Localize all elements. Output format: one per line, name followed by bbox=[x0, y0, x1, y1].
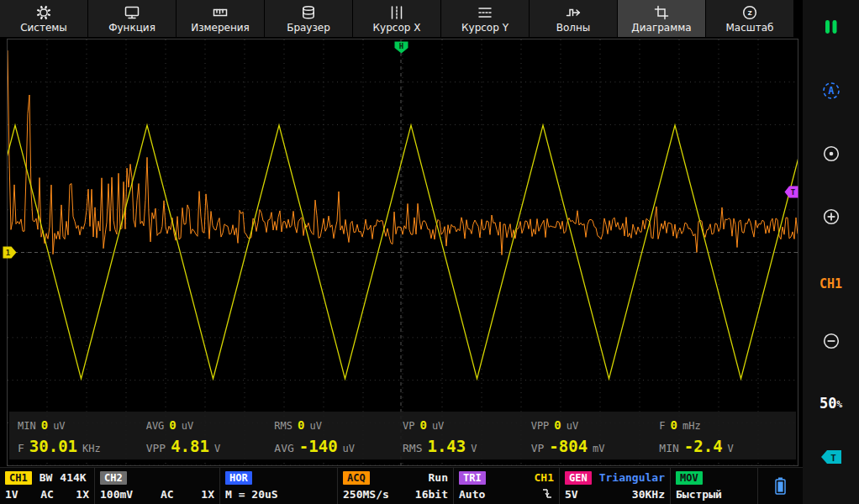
status-badge-mov[interactable]: MOV bbox=[676, 471, 703, 485]
measurement-unit: uV bbox=[182, 420, 193, 432]
svg-text:T: T bbox=[791, 188, 796, 197]
toolbar-item-waves[interactable]: Волны bbox=[530, 0, 617, 37]
status-badge-acq[interactable]: ACQ bbox=[343, 471, 370, 485]
database-icon bbox=[300, 4, 317, 21]
measurement-unit: KHz bbox=[82, 443, 101, 454]
svg-text:T: T bbox=[830, 453, 836, 464]
status-acq-text: Run bbox=[429, 471, 448, 484]
sidebar-button-trigger[interactable]: T bbox=[803, 442, 859, 475]
status-gen-top-row: GENTriangular bbox=[565, 470, 665, 486]
measurement-unit: V bbox=[471, 443, 477, 454]
status-ch1-text: 1V bbox=[5, 488, 18, 501]
toolbar-item-cursor-x[interactable]: Курсор X bbox=[353, 0, 440, 37]
toolbar-item-measurements[interactable]: Измерения bbox=[177, 0, 264, 37]
plus-circle-icon bbox=[821, 207, 841, 230]
status-hor-text: M = 20uS bbox=[225, 488, 278, 501]
status-group-hor: HORM = 20uS bbox=[220, 468, 338, 504]
svg-text:H: H bbox=[399, 42, 403, 50]
status-ch1-top-row: CH1BW414K bbox=[5, 470, 89, 486]
channel1-level-marker[interactable]: 1 bbox=[3, 246, 17, 259]
monitor-icon bbox=[124, 4, 140, 21]
zoom-level-label: 50% bbox=[819, 395, 842, 412]
measurement-label: AVG bbox=[274, 442, 293, 454]
toolbar-item-label: Измерения bbox=[191, 22, 250, 34]
toolbar-item-cursor-y[interactable]: Курсор Y bbox=[441, 0, 529, 37]
measurement-value: 0 bbox=[554, 418, 561, 432]
status-ch1-text: 1X bbox=[76, 488, 89, 501]
gear-icon bbox=[35, 4, 52, 21]
toolbar-item-label: Волны bbox=[556, 22, 591, 34]
status-group-acq: ACQRun250MS/s16bit bbox=[338, 468, 454, 504]
status-badge-ch2[interactable]: CH2 bbox=[100, 471, 127, 485]
waveform-display: H T 1 MIN0uVAVG0uVRMS0uVVP0uVVPP0uVF0mHz… bbox=[7, 39, 798, 466]
toolbar-item-systems[interactable]: Системы bbox=[0, 0, 87, 37]
measurement-unit: uV bbox=[343, 443, 355, 454]
status-group-ch1: CH1BW414K1VAC1X bbox=[0, 468, 95, 504]
toolbar-item-diagram[interactable]: Диаграмма bbox=[618, 0, 705, 37]
measurement-row2-min: MIN-2.4V bbox=[659, 437, 788, 455]
status-mov-top-row: MOV bbox=[676, 470, 752, 486]
measurement-unit: uV bbox=[309, 420, 321, 432]
sidebar-button-zoom-in[interactable] bbox=[803, 202, 859, 235]
measurement-unit: uV bbox=[53, 420, 65, 432]
measurement-value: 0 bbox=[419, 418, 426, 432]
right-sidebar: ACH150%T bbox=[803, 0, 859, 504]
status-ch1-text: AC bbox=[40, 488, 54, 501]
toolbar-item-label: Курсор Y bbox=[461, 22, 509, 34]
status-ch1-text: 414K bbox=[60, 471, 86, 484]
measurement-row2-vp: VP-804mV bbox=[531, 437, 660, 455]
measurement-unit: uV bbox=[567, 420, 578, 432]
measurement-unit: V bbox=[214, 443, 220, 454]
horizontal-position-marker[interactable]: H bbox=[394, 41, 408, 54]
toolbar-item-label: Диаграмма bbox=[631, 22, 691, 34]
status-badge-tri[interactable]: TRI bbox=[459, 471, 486, 485]
status-acq-top-row: ACQRun bbox=[343, 470, 448, 486]
toolbar-item-label: Функция bbox=[108, 22, 155, 34]
status-ch2-text: 100mV bbox=[100, 488, 133, 501]
sidebar-button-auto[interactable]: A bbox=[803, 76, 859, 109]
measurement-label: F bbox=[18, 442, 24, 454]
measurement-label: VP bbox=[531, 442, 545, 454]
toolbar-item-browser[interactable]: Браузер bbox=[265, 0, 352, 37]
status-badge-ch1[interactable]: CH1 bbox=[5, 471, 32, 485]
svg-text:z: z bbox=[747, 8, 752, 17]
status-acq-text: 250MS/s bbox=[343, 488, 389, 501]
status-tri-text: Auto bbox=[459, 488, 485, 501]
waveform-canvas[interactable] bbox=[8, 39, 798, 465]
measurement-row2-rms: RMS1.43V bbox=[403, 437, 531, 455]
status-mov-bottom-row: Быстрый bbox=[676, 486, 752, 502]
status-group-gen: GENTriangular5V30KHz bbox=[560, 468, 671, 504]
toolbar: СистемыФункцияИзмеренияБраузерКурсор XКу… bbox=[0, 0, 794, 37]
status-gen-text: 5V bbox=[565, 488, 578, 501]
sidebar-button-channel[interactable]: CH1 bbox=[803, 267, 859, 301]
trigger-edge-icon bbox=[541, 486, 554, 503]
measurement-row2-f: F30.01KHz bbox=[18, 437, 146, 455]
toolbar-item-function[interactable]: Функция bbox=[88, 0, 176, 37]
sidebar-button-zoom-out[interactable] bbox=[803, 326, 859, 360]
pause-icon bbox=[821, 18, 841, 39]
measurement-unit: uV bbox=[432, 420, 444, 432]
auto-a-icon: A bbox=[821, 81, 841, 104]
toolbar-item-scale[interactable]: zМасштаб bbox=[706, 0, 793, 37]
trigger-level-marker[interactable]: T bbox=[784, 186, 798, 198]
svg-text:A: A bbox=[828, 85, 834, 97]
sidebar-button-record[interactable] bbox=[803, 139, 859, 172]
status-gen-bottom-row: 5V30KHz bbox=[565, 486, 665, 502]
svg-text:1: 1 bbox=[6, 249, 10, 257]
status-badge-hor[interactable]: HOR bbox=[225, 471, 252, 485]
sidebar-button-pause[interactable] bbox=[803, 12, 859, 45]
measurement-label: RMS bbox=[274, 420, 292, 432]
status-acq-bottom-row: 250MS/s16bit bbox=[343, 486, 448, 502]
measurement-row1-avg: AVG0uV bbox=[146, 418, 275, 432]
measurement-label: F bbox=[659, 420, 665, 432]
status-hor-bottom-row: M = 20uS bbox=[225, 486, 332, 502]
measurement-label: VPP bbox=[531, 420, 550, 432]
sidebar-button-zoom-level[interactable]: 50% bbox=[803, 386, 859, 420]
measurement-row1-f: F0mHz bbox=[659, 418, 788, 432]
status-ch1-bottom-row: 1VAC1X bbox=[5, 486, 89, 502]
status-badge-gen[interactable]: GEN bbox=[565, 471, 592, 485]
cursor-y-icon bbox=[477, 4, 493, 21]
crop-icon bbox=[653, 4, 670, 21]
status-tri-text: CH1 bbox=[535, 471, 554, 484]
wave-arrow-icon bbox=[565, 4, 582, 21]
